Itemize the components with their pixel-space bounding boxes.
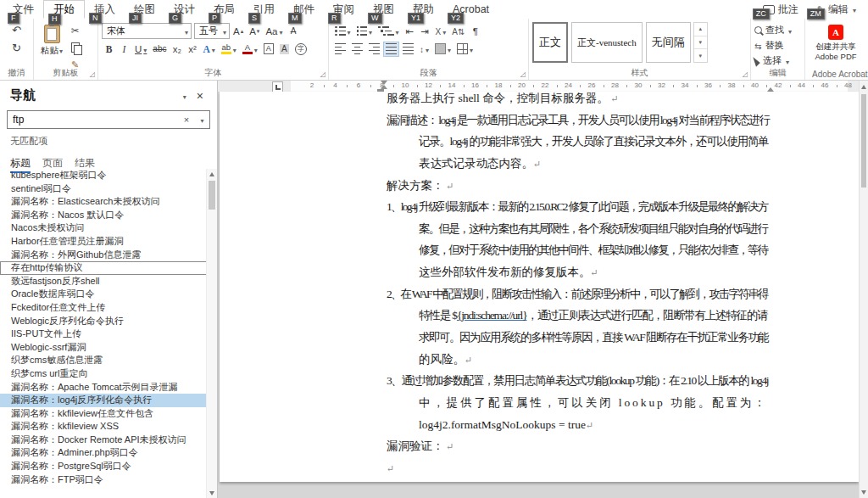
nav-heading-item[interactable]: 致远fastjson反序shell [0, 275, 207, 288]
ribbon-tab-w[interactable]: 视图W [364, 0, 403, 19]
nav-heading-item[interactable]: 织梦cms敏感信息泄露 [0, 354, 207, 367]
font-size-select[interactable]: 五号 [194, 23, 230, 39]
nav-heading-item[interactable]: 漏洞名称：外网Github信息泄露 [0, 249, 207, 262]
ribbon-tab-f[interactable]: 文件F [3, 0, 43, 19]
redo-button[interactable]: ↻ [9, 40, 24, 55]
ribbon-tab-r[interactable]: 审阅R [324, 0, 364, 19]
select-button[interactable]: 选择 [754, 54, 801, 67]
bullets-button[interactable] [332, 24, 353, 39]
nav-heading-item[interactable]: 漏洞名称：kkfileview任意文件包含 [0, 407, 207, 421]
borders-button[interactable] [454, 42, 476, 57]
ribbon-tab-m[interactable]: 邮件M [284, 0, 324, 19]
shading-button[interactable] [432, 42, 453, 57]
nav-heading-item[interactable]: 存在http传输协议 [0, 261, 207, 275]
ribbon-tab-h[interactable]: 开始H [43, 0, 85, 19]
document-scrollbar[interactable] [859, 81, 868, 498]
decrease-indent-button[interactable]: ⇤ [403, 24, 417, 39]
nav-heading-item[interactable]: 漏洞名称：Apache Tomcat示例目录泄漏 [0, 381, 207, 394]
multilevel-list-button[interactable] [376, 24, 402, 39]
strikethrough-button[interactable]: abc [150, 42, 169, 57]
nav-heading-item[interactable]: 漏洞名称：Nacos 默认口令 [0, 209, 207, 222]
line-spacing-button[interactable] [417, 42, 431, 57]
nav-heading-item[interactable]: Harbor任意管理员注册漏洞 [0, 235, 207, 249]
ribbon-tab-n[interactable]: 插入N [85, 0, 125, 19]
search-options-button[interactable] [194, 115, 209, 125]
nav-heading-item[interactable]: 漏洞名称：PostgreSql弱口令 [0, 460, 207, 473]
ribbon-tab-y1[interactable]: 帮助Y1 [403, 0, 443, 19]
scroll-up-icon[interactable] [860, 81, 868, 92]
font-name-select[interactable]: 宋体 [102, 23, 192, 39]
comments-button[interactable]: ZC 批注 [760, 1, 802, 19]
text-effects-button[interactable]: A [200, 42, 217, 57]
sort-button[interactable] [449, 24, 467, 39]
scroll-down-icon[interactable] [860, 487, 868, 497]
paste-button[interactable]: 粘贴 [37, 22, 66, 72]
find-button[interactable]: 查找 [754, 24, 801, 36]
asian-layout-button[interactable] [433, 24, 449, 39]
dialog-launcher-icon[interactable] [90, 70, 95, 78]
clear-search-button[interactable]: × [179, 115, 194, 125]
highlight-color-button[interactable]: ab [219, 42, 239, 57]
grow-font-button[interactable]: A▴ [231, 24, 246, 39]
ribbon-tab-p[interactable]: 布局P [204, 0, 244, 19]
gallery-down-icon[interactable]: ▾ [694, 36, 707, 50]
nav-heading-item[interactable]: 织梦cms url重定向 [0, 367, 207, 381]
distribute-button[interactable] [400, 42, 416, 57]
clear-formatting-button[interactable]: A [286, 24, 300, 39]
nav-heading-item[interactable]: Oracle数据库弱口令 [0, 288, 207, 301]
nav-heading-item[interactable]: 漏洞名称：Elasticsearch未授权访问 [0, 195, 207, 209]
bold-button[interactable]: B [102, 42, 116, 57]
gallery-up-icon[interactable]: ▴ [694, 23, 707, 36]
align-left-button[interactable] [332, 42, 348, 57]
document-page[interactable]: 服务器上执行 shell 命令，控制目标服务器。 ↵漏洞描述： log4j 是一… [220, 92, 859, 482]
numbering-button[interactable] [354, 24, 376, 39]
font-color-button[interactable]: A [240, 42, 260, 57]
scroll-up-icon[interactable] [207, 169, 217, 179]
scrollbar-thumb[interactable] [861, 94, 866, 187]
subscript-button[interactable]: x₂ [170, 42, 184, 57]
nav-heading-item[interactable]: 漏洞名称：kkfileview XSS [0, 420, 207, 434]
ribbon-tab-ji[interactable]: 绘图JI [125, 0, 164, 19]
navigation-options-button[interactable] [177, 91, 192, 101]
style-gallery-item[interactable]: 正文 [532, 22, 568, 63]
character-shading-button[interactable]: A [277, 42, 292, 57]
nav-heading-item[interactable]: 漏洞名称：Docker Remote API未授权访问 [0, 434, 207, 447]
style-gallery-item[interactable]: 无间隔 [646, 22, 691, 63]
nav-heading-item[interactable]: sentinel弱口令 [0, 182, 207, 196]
navigation-close-button[interactable]: × [192, 89, 209, 103]
nav-heading-item[interactable]: kubesphere框架弱口令 [0, 169, 207, 182]
scrollbar-thumb[interactable] [209, 181, 215, 210]
show-marks-button[interactable]: ¶ [468, 24, 482, 39]
underline-button[interactable]: U [132, 42, 149, 57]
ribbon-tab-g[interactable]: 设计G [164, 0, 204, 19]
copy-button[interactable] [68, 40, 82, 55]
justify-button[interactable] [383, 42, 399, 57]
dialog-launcher-icon[interactable] [320, 70, 326, 78]
replace-button[interactable]: 替换 [754, 39, 801, 52]
nav-heading-item[interactable]: 漏洞名称：Adminer.php弱口令 [0, 446, 207, 460]
increase-indent-button[interactable]: ⇥ [418, 24, 432, 39]
change-case-button[interactable]: Aa [263, 24, 285, 39]
nav-heading-item[interactable]: Nacos未授权访问 [0, 221, 207, 235]
align-center-button[interactable] [349, 42, 365, 57]
shrink-font-button[interactable]: A▾ [247, 24, 262, 39]
scroll-down-icon[interactable] [207, 488, 217, 498]
enclose-characters-button[interactable] [292, 42, 309, 57]
navigation-scrollbar[interactable] [206, 169, 217, 498]
style-gallery-item[interactable]: 正文-venustech [571, 22, 643, 63]
nav-heading-item[interactable]: Fckeditor任意文件上传 [0, 301, 207, 315]
nav-heading-item[interactable]: 漏洞名称：log4j反序列化命令执行 [0, 394, 207, 407]
dialog-launcher-icon[interactable] [743, 70, 748, 78]
create-pdf-button[interactable]: 创建并共享 Adobe PDF [809, 22, 863, 64]
undo-button[interactable]: ↶ [9, 22, 24, 37]
ribbon-tab-y2[interactable]: AcrobatY2 [443, 0, 498, 19]
nav-heading-item[interactable]: 漏洞名称：FTP弱口令 [0, 473, 207, 487]
cut-button[interactable]: ✂ [68, 23, 82, 38]
nav-heading-item[interactable]: Weblogic-ssrf漏洞 [0, 341, 207, 355]
nav-heading-item[interactable]: Weblogic反序列化命令执行 [0, 315, 207, 328]
dialog-launcher-icon[interactable] [520, 70, 526, 78]
search-input[interactable] [8, 114, 179, 126]
superscript-button[interactable]: x² [185, 42, 199, 57]
editing-mode-button[interactable]: ZM ✎ 编辑 [814, 1, 860, 19]
ribbon-tab-s[interactable]: 引用S [244, 0, 284, 19]
